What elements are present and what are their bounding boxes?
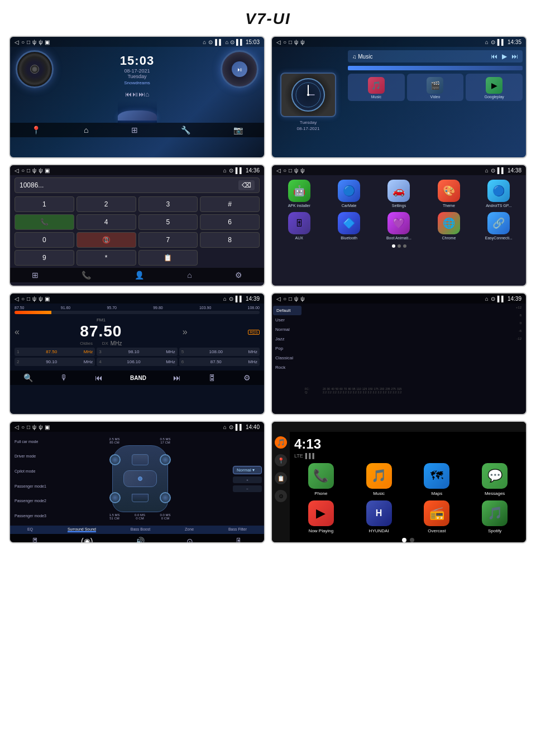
eq-pop[interactable]: Pop bbox=[272, 344, 303, 353]
app-easy[interactable]: 🔗 EasyConnecti... bbox=[476, 212, 521, 240]
nav-contacts[interactable]: 👤 bbox=[135, 271, 144, 280]
home-7[interactable]: ○ bbox=[21, 424, 25, 430]
app-theme[interactable]: 🎨 Theme bbox=[426, 180, 471, 208]
nav-band[interactable]: BAND bbox=[130, 375, 146, 381]
cp-app-messages[interactable]: 💬 Messages bbox=[468, 463, 521, 496]
nav-bt-3[interactable]: ⌂ bbox=[187, 271, 192, 280]
freq-bar[interactable] bbox=[15, 311, 260, 314]
eq-classical[interactable]: Classical bbox=[272, 353, 303, 363]
key-0[interactable]: 0 bbox=[15, 232, 74, 248]
key-call[interactable]: 📞 bbox=[15, 214, 74, 230]
home-5[interactable]: ○ bbox=[21, 296, 25, 302]
eq-bar-11[interactable] bbox=[442, 385, 455, 386]
preset-3[interactable]: 3 98.10 MHz bbox=[97, 348, 177, 356]
freq-back[interactable]: « bbox=[15, 327, 20, 337]
nav-settings[interactable]: 🔧 bbox=[181, 126, 190, 134]
mode-pass2[interactable]: Passenger mode2 bbox=[12, 498, 47, 504]
eq-bar-4[interactable] bbox=[346, 385, 359, 386]
nav-settings-3[interactable]: ⚙ bbox=[235, 271, 242, 280]
back-5[interactable]: ◁ bbox=[15, 296, 19, 302]
sidebar-location-icon[interactable]: 📍 bbox=[275, 454, 287, 466]
recents-icon[interactable]: □ bbox=[27, 39, 30, 45]
eq-bar-14[interactable] bbox=[484, 386, 496, 386]
nav-location[interactable]: 📍 bbox=[31, 126, 41, 134]
mode-pass1[interactable]: Passenger mode1 bbox=[12, 483, 47, 489]
home-icon[interactable]: ○ bbox=[21, 39, 25, 45]
nav-next-5[interactable]: ⏭ bbox=[173, 373, 181, 382]
nav-search-5[interactable]: 🔍 bbox=[23, 373, 33, 382]
eq-bar-10[interactable] bbox=[429, 385, 442, 386]
play-track[interactable]: ▶ bbox=[502, 52, 507, 60]
nav-set-5[interactable]: ⚙ bbox=[243, 373, 251, 382]
eq-bar-2[interactable] bbox=[319, 385, 332, 386]
app-settings[interactable]: 🚗 Settings bbox=[376, 180, 422, 208]
preset-4[interactable]: 4 106.10 MHz bbox=[97, 358, 177, 366]
eq-bar-6[interactable] bbox=[374, 385, 386, 386]
key-6[interactable]: 6 bbox=[200, 214, 260, 230]
nav-dialpad[interactable]: ⊞ bbox=[32, 271, 39, 280]
eq-bar-5[interactable] bbox=[360, 384, 373, 386]
eq-bar-8[interactable] bbox=[401, 385, 414, 386]
preset-6[interactable]: 6 87.50 MHz bbox=[179, 358, 260, 366]
s7-tab-surround[interactable]: Surround Sound bbox=[68, 527, 96, 532]
eq-bar-7[interactable] bbox=[387, 385, 400, 386]
key-5[interactable]: 5 bbox=[138, 214, 198, 230]
nav-phone[interactable]: 📞 bbox=[82, 271, 91, 280]
key-7[interactable]: 7 bbox=[138, 232, 198, 248]
home-6[interactable]: ○ bbox=[283, 296, 286, 302]
nav-radio-5[interactable]: 🎙 bbox=[60, 373, 68, 382]
sidebar-music-icon[interactable]: 🎵 bbox=[275, 436, 287, 449]
s7-tab-eq[interactable]: EQ bbox=[27, 527, 33, 532]
eq-jazz[interactable]: Jazz bbox=[272, 334, 303, 344]
backspace-button[interactable]: ⌫ bbox=[238, 180, 255, 190]
mode-pass3[interactable]: Passenger mode3 bbox=[12, 513, 47, 519]
app-apk[interactable]: 🤖 APK installer bbox=[276, 180, 322, 208]
s7-tab-filter[interactable]: Bass Filter bbox=[228, 527, 247, 532]
nav-filter-7[interactable]: 🎚 bbox=[235, 537, 243, 543]
normal-button[interactable]: Normal ▾ bbox=[233, 466, 262, 474]
preset-2[interactable]: 2 90.10 MHz bbox=[15, 358, 95, 366]
cp-app-nowplaying[interactable]: ▶ Now Playing bbox=[294, 500, 348, 533]
eq-bar-12[interactable] bbox=[456, 385, 469, 386]
back-3[interactable]: ◁ bbox=[15, 167, 19, 174]
freq-forward[interactable]: » bbox=[183, 327, 188, 337]
rec-5[interactable]: □ bbox=[27, 296, 30, 302]
prev-track[interactable]: ⏮ bbox=[491, 52, 497, 60]
recents-icon-2[interactable]: □ bbox=[289, 39, 292, 45]
prev-btn[interactable]: ⏮ bbox=[125, 90, 132, 98]
cp-app-hyundai[interactable]: H HYUNDAI bbox=[352, 500, 406, 533]
app-boot[interactable]: 💜 Boot Animati... bbox=[376, 212, 422, 240]
app-carmate[interactable]: 🔵 CarMate bbox=[326, 180, 371, 208]
bluetooth-btn[interactable]: ⌂ bbox=[145, 90, 149, 98]
rec-7[interactable]: □ bbox=[27, 424, 30, 430]
eq-bar-9[interactable] bbox=[415, 385, 428, 386]
home-3[interactable]: ○ bbox=[21, 167, 25, 174]
preset-5[interactable]: 5 108.00 MHz bbox=[179, 348, 260, 356]
back-icon-2[interactable]: ◁ bbox=[276, 39, 281, 45]
preset-1[interactable]: 1 87.50 MHz bbox=[15, 348, 95, 356]
eq-rock[interactable]: Rock bbox=[272, 363, 303, 372]
nav-zone-7[interactable]: ⊙ bbox=[186, 537, 193, 543]
cp-app-music[interactable]: 🎵 Music bbox=[352, 463, 406, 496]
app-googleplay[interactable]: ▶ Googleplay bbox=[466, 74, 523, 101]
app-androi[interactable]: 🔵 AndroiTS GP... bbox=[476, 180, 521, 208]
next-track[interactable]: ⏭ bbox=[511, 52, 518, 60]
key-3[interactable]: 3 bbox=[138, 196, 198, 212]
eq-bar-13[interactable] bbox=[470, 385, 483, 386]
key-contact[interactable]: 📋 bbox=[138, 250, 198, 266]
nav-eq-7[interactable]: 🎛 bbox=[31, 537, 39, 543]
nav-eq-5[interactable]: 🎛 bbox=[208, 373, 216, 382]
s7-tab-zone[interactable]: Zone bbox=[185, 527, 194, 532]
home-4[interactable]: ○ bbox=[283, 167, 286, 174]
mode-cpilot[interactable]: Cpilot mode bbox=[12, 468, 47, 474]
key-hangup[interactable]: 📵 bbox=[76, 232, 136, 248]
play-button[interactable]: ⏯ bbox=[232, 61, 247, 77]
key-4[interactable]: 4 bbox=[76, 214, 136, 230]
cp-app-maps[interactable]: 🗺 Maps bbox=[410, 463, 464, 496]
eq-bar-15[interactable] bbox=[497, 386, 510, 386]
eq-bar-16[interactable] bbox=[511, 386, 524, 386]
back-icon[interactable]: ◁ bbox=[15, 39, 19, 45]
app-aux[interactable]: 🎚 AUX bbox=[276, 212, 322, 240]
eq-normal[interactable]: Normal bbox=[272, 325, 303, 334]
back-4[interactable]: ◁ bbox=[276, 167, 281, 174]
